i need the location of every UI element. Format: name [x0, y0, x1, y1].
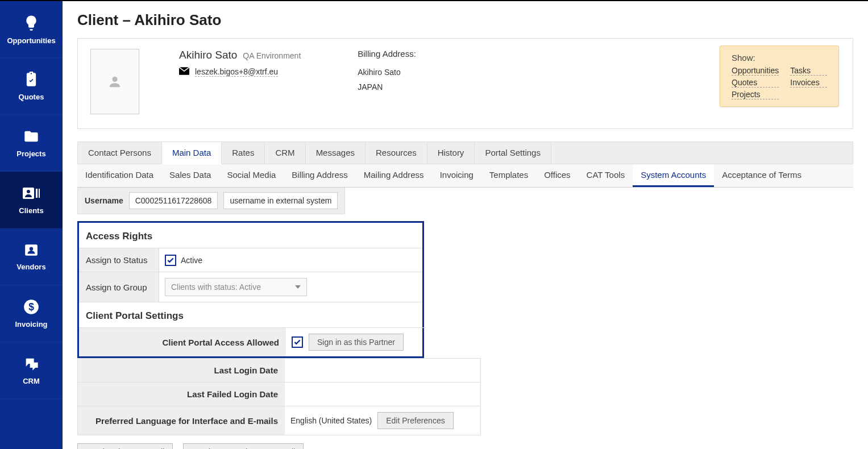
username-external-field[interactable]: username in external system: [223, 192, 338, 209]
client-header-card: Akihiro Sato QA Environment leszek.bigos…: [77, 38, 853, 129]
svg-point-8: [112, 76, 117, 81]
tab-invoicing[interactable]: Invoicing: [432, 164, 481, 187]
show-link-invoices[interactable]: Invoices: [790, 78, 827, 88]
assign-group-label: Assign to Group: [79, 272, 159, 302]
preferred-language-label: Preferred Language for Interface and E-m…: [78, 406, 285, 435]
sidebar: Opportunities Quotes Projects Clients Ve…: [0, 1, 63, 449]
svg-rect-2: [36, 189, 38, 198]
tab-sales-data[interactable]: Sales Data: [161, 164, 219, 187]
sidebar-item-label: Projects: [16, 149, 45, 158]
client-email[interactable]: leszek.bigos+8@xtrf.eu: [195, 67, 278, 77]
sidebar-item-quotes[interactable]: Quotes: [0, 58, 63, 115]
folder-icon: [23, 128, 39, 146]
mail-icon: [179, 67, 189, 77]
contacts-icon: [23, 185, 40, 203]
portal-details-table: Last Login Date Last Failed Login Date P…: [77, 358, 481, 435]
tab-resources[interactable]: Resources: [366, 142, 427, 164]
signin-partner-button[interactable]: Sign in as this Partner: [309, 334, 404, 351]
tab-mailing-address[interactable]: Mailing Address: [356, 164, 432, 187]
bottom-buttons: Send Welcome E-mail Send Password Reset …: [77, 443, 853, 449]
tab-templates[interactable]: Templates: [481, 164, 536, 187]
svg-point-5: [30, 247, 34, 251]
last-failed-login-value: [285, 383, 480, 406]
sidebar-item-label: CRM: [23, 377, 40, 385]
tab-system-accounts[interactable]: System Accounts: [633, 164, 714, 187]
billing-name: Akihiro Sato: [358, 68, 416, 77]
tab-offices[interactable]: Offices: [536, 164, 578, 187]
sidebar-item-label: Clients: [19, 206, 43, 215]
username-label: Username: [85, 196, 123, 205]
tab-messages[interactable]: Messages: [306, 142, 366, 164]
svg-rect-3: [39, 189, 40, 198]
sidebar-item-label: Quotes: [19, 93, 44, 101]
tab-crm[interactable]: CRM: [265, 142, 305, 164]
dollar-icon: $: [23, 299, 39, 317]
sidebar-item-opportunities[interactable]: Opportunities: [0, 1, 63, 58]
tab-rates[interactable]: Rates: [222, 142, 265, 164]
sidebar-item-crm[interactable]: CRM: [0, 342, 63, 399]
sidebar-item-label: Invoicing: [15, 320, 47, 329]
sidebar-item-invoicing[interactable]: $ Invoicing: [0, 285, 63, 342]
preferred-language-value: English (United States): [290, 416, 372, 425]
client-name: Akihiro Sato: [179, 49, 237, 61]
last-login-label: Last Login Date: [78, 359, 285, 382]
assign-status-label: Assign to Status: [79, 248, 159, 272]
show-title: Show:: [732, 53, 827, 63]
edit-preferences-button[interactable]: Edit Preferences: [377, 412, 454, 429]
assign-status-value: Active: [181, 256, 202, 265]
assign-status-checkbox[interactable]: [165, 255, 176, 266]
billing-country: JAPAN: [358, 82, 416, 92]
svg-point-1: [27, 190, 30, 193]
sidebar-item-clients[interactable]: Clients: [0, 172, 63, 228]
tab-cat-tools[interactable]: CAT Tools: [579, 164, 633, 187]
portal-settings-title: Client Portal Settings: [79, 302, 422, 327]
tab-social-media[interactable]: Social Media: [219, 164, 284, 187]
billing-address-label: Billing Address:: [358, 49, 416, 59]
show-link-tasks[interactable]: Tasks: [790, 66, 827, 76]
page-title: Client – Akihiro Sato: [77, 11, 853, 29]
sidebar-item-label: Opportunities: [7, 36, 55, 45]
tab-acceptance-of-terms[interactable]: Acceptance of Terms: [714, 164, 809, 187]
primary-tabs: Contact Persons Main Data Rates CRM Mess…: [77, 142, 853, 164]
access-rights-highlight: Access Rights Assign to Status Active As…: [77, 221, 424, 358]
tab-history[interactable]: History: [427, 142, 475, 164]
show-link-opportunities[interactable]: Opportunities: [732, 66, 779, 76]
tab-portal-settings[interactable]: Portal Settings: [475, 142, 551, 164]
assign-group-select[interactable]: Clients with status: Active: [165, 278, 307, 296]
environment-badge: QA Environment: [243, 51, 301, 60]
portal-access-label: Client Portal Access Allowed: [79, 328, 286, 356]
svg-text:$: $: [28, 301, 34, 312]
tab-identification-data[interactable]: Identification Data: [77, 164, 161, 187]
tab-main-data[interactable]: Main Data: [162, 142, 222, 164]
main-content: Client – Akihiro Sato Akihiro Sato QA En…: [63, 1, 868, 449]
avatar: [90, 49, 139, 114]
lightbulb-icon: [23, 14, 40, 33]
chat-icon: [23, 356, 39, 373]
show-link-quotes[interactable]: Quotes: [732, 78, 779, 88]
sidebar-item-projects[interactable]: Projects: [0, 115, 63, 172]
secondary-tabs: Identification Data Sales Data Social Me…: [77, 164, 853, 188]
username-value: C0002511617228608: [129, 192, 218, 209]
last-login-value: [285, 359, 480, 382]
sidebar-item-vendors[interactable]: Vendors: [0, 228, 63, 285]
portal-access-checkbox[interactable]: [292, 336, 303, 348]
last-failed-login-label: Last Failed Login Date: [78, 383, 285, 406]
access-rights-title: Access Rights: [79, 223, 422, 248]
clipboard-icon: [23, 72, 39, 89]
show-link-projects[interactable]: Projects: [732, 90, 779, 99]
show-box: Show: Opportunities Tasks Quotes Invoice…: [720, 45, 839, 107]
send-password-reset-button[interactable]: Send Password Reset E-mail: [183, 443, 304, 449]
tab-contact-persons[interactable]: Contact Persons: [78, 142, 162, 164]
username-bar: Username C0002511617228608 username in e…: [77, 188, 345, 214]
person-card-icon: [24, 243, 39, 259]
send-welcome-email-button[interactable]: Send Welcome E-mail: [77, 443, 173, 449]
sidebar-item-label: Vendors: [16, 263, 45, 271]
tab-billing-address[interactable]: Billing Address: [284, 164, 355, 187]
